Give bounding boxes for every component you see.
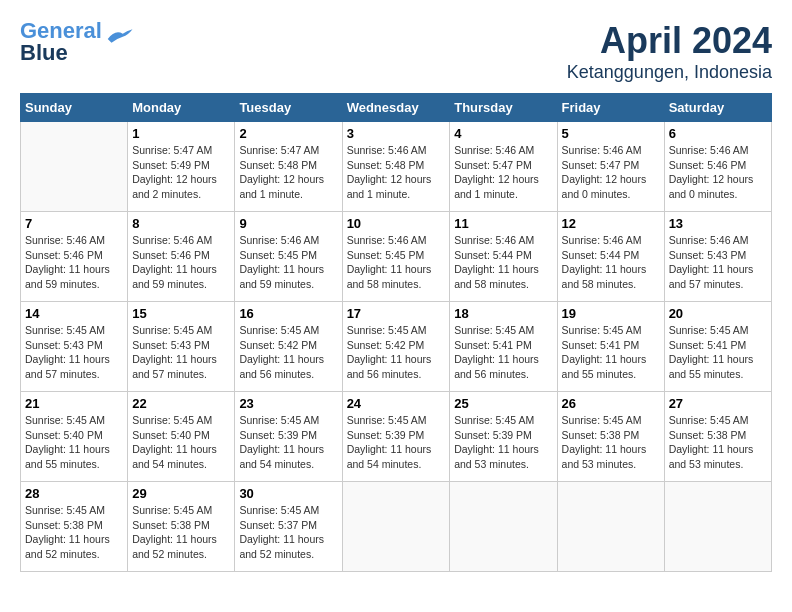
calendar-cell: 17Sunrise: 5:45 AM Sunset: 5:42 PM Dayli…: [342, 302, 450, 392]
calendar-cell: 27Sunrise: 5:45 AM Sunset: 5:38 PM Dayli…: [664, 392, 771, 482]
calendar-cell: 29Sunrise: 5:45 AM Sunset: 5:38 PM Dayli…: [128, 482, 235, 572]
day-number: 24: [347, 396, 446, 411]
header-wednesday: Wednesday: [342, 94, 450, 122]
day-info: Sunrise: 5:46 AM Sunset: 5:44 PM Dayligh…: [562, 233, 660, 292]
day-number: 13: [669, 216, 767, 231]
calendar-week-row: 21Sunrise: 5:45 AM Sunset: 5:40 PM Dayli…: [21, 392, 772, 482]
title-area: April 2024 Ketanggungen, Indonesia: [567, 20, 772, 83]
calendar-cell: [21, 122, 128, 212]
header-friday: Friday: [557, 94, 664, 122]
day-number: 18: [454, 306, 552, 321]
day-info: Sunrise: 5:45 AM Sunset: 5:42 PM Dayligh…: [239, 323, 337, 382]
calendar-cell: 18Sunrise: 5:45 AM Sunset: 5:41 PM Dayli…: [450, 302, 557, 392]
day-info: Sunrise: 5:46 AM Sunset: 5:46 PM Dayligh…: [132, 233, 230, 292]
day-number: 3: [347, 126, 446, 141]
day-info: Sunrise: 5:46 AM Sunset: 5:46 PM Dayligh…: [669, 143, 767, 202]
day-number: 14: [25, 306, 123, 321]
day-number: 12: [562, 216, 660, 231]
day-info: Sunrise: 5:46 AM Sunset: 5:48 PM Dayligh…: [347, 143, 446, 202]
header-sunday: Sunday: [21, 94, 128, 122]
day-info: Sunrise: 5:46 AM Sunset: 5:43 PM Dayligh…: [669, 233, 767, 292]
day-info: Sunrise: 5:45 AM Sunset: 5:43 PM Dayligh…: [25, 323, 123, 382]
header-tuesday: Tuesday: [235, 94, 342, 122]
logo-bird-icon: [104, 27, 134, 47]
calendar-week-row: 28Sunrise: 5:45 AM Sunset: 5:38 PM Dayli…: [21, 482, 772, 572]
day-info: Sunrise: 5:46 AM Sunset: 5:47 PM Dayligh…: [454, 143, 552, 202]
day-info: Sunrise: 5:45 AM Sunset: 5:41 PM Dayligh…: [562, 323, 660, 382]
day-info: Sunrise: 5:45 AM Sunset: 5:40 PM Dayligh…: [25, 413, 123, 472]
calendar-cell: 2Sunrise: 5:47 AM Sunset: 5:48 PM Daylig…: [235, 122, 342, 212]
day-info: Sunrise: 5:46 AM Sunset: 5:47 PM Dayligh…: [562, 143, 660, 202]
calendar-cell: 1Sunrise: 5:47 AM Sunset: 5:49 PM Daylig…: [128, 122, 235, 212]
calendar-cell: 24Sunrise: 5:45 AM Sunset: 5:39 PM Dayli…: [342, 392, 450, 482]
calendar-cell: 16Sunrise: 5:45 AM Sunset: 5:42 PM Dayli…: [235, 302, 342, 392]
location-title: Ketanggungen, Indonesia: [567, 62, 772, 83]
header-monday: Monday: [128, 94, 235, 122]
calendar-cell: 15Sunrise: 5:45 AM Sunset: 5:43 PM Dayli…: [128, 302, 235, 392]
day-info: Sunrise: 5:45 AM Sunset: 5:39 PM Dayligh…: [239, 413, 337, 472]
calendar-cell: 22Sunrise: 5:45 AM Sunset: 5:40 PM Dayli…: [128, 392, 235, 482]
day-number: 6: [669, 126, 767, 141]
day-info: Sunrise: 5:45 AM Sunset: 5:39 PM Dayligh…: [347, 413, 446, 472]
day-info: Sunrise: 5:45 AM Sunset: 5:37 PM Dayligh…: [239, 503, 337, 562]
day-number: 23: [239, 396, 337, 411]
day-number: 29: [132, 486, 230, 501]
calendar-week-row: 1Sunrise: 5:47 AM Sunset: 5:49 PM Daylig…: [21, 122, 772, 212]
calendar-cell: 25Sunrise: 5:45 AM Sunset: 5:39 PM Dayli…: [450, 392, 557, 482]
day-info: Sunrise: 5:46 AM Sunset: 5:45 PM Dayligh…: [239, 233, 337, 292]
calendar-cell: 5Sunrise: 5:46 AM Sunset: 5:47 PM Daylig…: [557, 122, 664, 212]
calendar-cell: 7Sunrise: 5:46 AM Sunset: 5:46 PM Daylig…: [21, 212, 128, 302]
header-thursday: Thursday: [450, 94, 557, 122]
header: GeneralBlue April 2024 Ketanggungen, Ind…: [20, 20, 772, 83]
calendar-cell: [450, 482, 557, 572]
day-number: 17: [347, 306, 446, 321]
day-info: Sunrise: 5:46 AM Sunset: 5:45 PM Dayligh…: [347, 233, 446, 292]
calendar-header-row: SundayMondayTuesdayWednesdayThursdayFrid…: [21, 94, 772, 122]
day-number: 19: [562, 306, 660, 321]
day-info: Sunrise: 5:47 AM Sunset: 5:49 PM Dayligh…: [132, 143, 230, 202]
day-number: 10: [347, 216, 446, 231]
day-number: 7: [25, 216, 123, 231]
day-info: Sunrise: 5:45 AM Sunset: 5:38 PM Dayligh…: [25, 503, 123, 562]
calendar-cell: [557, 482, 664, 572]
header-saturday: Saturday: [664, 94, 771, 122]
calendar-cell: [664, 482, 771, 572]
logo-text: GeneralBlue: [20, 20, 102, 64]
day-info: Sunrise: 5:45 AM Sunset: 5:38 PM Dayligh…: [562, 413, 660, 472]
calendar-cell: 9Sunrise: 5:46 AM Sunset: 5:45 PM Daylig…: [235, 212, 342, 302]
day-number: 8: [132, 216, 230, 231]
day-info: Sunrise: 5:45 AM Sunset: 5:41 PM Dayligh…: [454, 323, 552, 382]
calendar-cell: 8Sunrise: 5:46 AM Sunset: 5:46 PM Daylig…: [128, 212, 235, 302]
day-number: 25: [454, 396, 552, 411]
day-number: 16: [239, 306, 337, 321]
calendar-week-row: 14Sunrise: 5:45 AM Sunset: 5:43 PM Dayli…: [21, 302, 772, 392]
calendar-cell: 4Sunrise: 5:46 AM Sunset: 5:47 PM Daylig…: [450, 122, 557, 212]
calendar-cell: 20Sunrise: 5:45 AM Sunset: 5:41 PM Dayli…: [664, 302, 771, 392]
calendar-cell: 13Sunrise: 5:46 AM Sunset: 5:43 PM Dayli…: [664, 212, 771, 302]
day-info: Sunrise: 5:45 AM Sunset: 5:41 PM Dayligh…: [669, 323, 767, 382]
day-number: 30: [239, 486, 337, 501]
calendar-cell: 12Sunrise: 5:46 AM Sunset: 5:44 PM Dayli…: [557, 212, 664, 302]
day-info: Sunrise: 5:45 AM Sunset: 5:42 PM Dayligh…: [347, 323, 446, 382]
calendar-cell: 3Sunrise: 5:46 AM Sunset: 5:48 PM Daylig…: [342, 122, 450, 212]
day-number: 2: [239, 126, 337, 141]
calendar-cell: 11Sunrise: 5:46 AM Sunset: 5:44 PM Dayli…: [450, 212, 557, 302]
day-info: Sunrise: 5:46 AM Sunset: 5:46 PM Dayligh…: [25, 233, 123, 292]
calendar-cell: 6Sunrise: 5:46 AM Sunset: 5:46 PM Daylig…: [664, 122, 771, 212]
calendar-week-row: 7Sunrise: 5:46 AM Sunset: 5:46 PM Daylig…: [21, 212, 772, 302]
day-number: 22: [132, 396, 230, 411]
day-info: Sunrise: 5:45 AM Sunset: 5:39 PM Dayligh…: [454, 413, 552, 472]
day-number: 28: [25, 486, 123, 501]
day-info: Sunrise: 5:45 AM Sunset: 5:38 PM Dayligh…: [132, 503, 230, 562]
calendar-cell: 19Sunrise: 5:45 AM Sunset: 5:41 PM Dayli…: [557, 302, 664, 392]
day-info: Sunrise: 5:47 AM Sunset: 5:48 PM Dayligh…: [239, 143, 337, 202]
calendar-cell: [342, 482, 450, 572]
day-number: 4: [454, 126, 552, 141]
calendar-cell: 30Sunrise: 5:45 AM Sunset: 5:37 PM Dayli…: [235, 482, 342, 572]
day-number: 15: [132, 306, 230, 321]
calendar-cell: 26Sunrise: 5:45 AM Sunset: 5:38 PM Dayli…: [557, 392, 664, 482]
day-number: 9: [239, 216, 337, 231]
day-number: 21: [25, 396, 123, 411]
calendar-cell: 28Sunrise: 5:45 AM Sunset: 5:38 PM Dayli…: [21, 482, 128, 572]
day-info: Sunrise: 5:45 AM Sunset: 5:38 PM Dayligh…: [669, 413, 767, 472]
